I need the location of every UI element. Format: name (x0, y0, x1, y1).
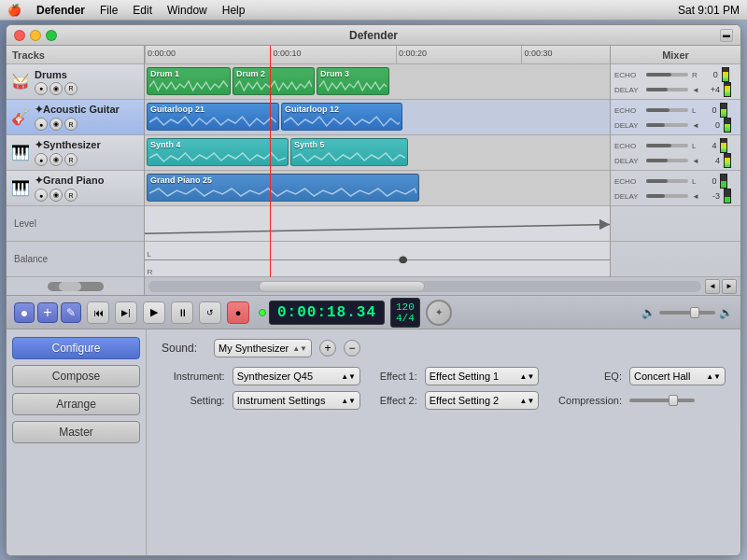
metronome-dial[interactable]: ✦ (426, 300, 452, 326)
piano-rec-btn[interactable]: R (64, 189, 78, 202)
clip-piano1-header: Grand Piano 25 (148, 175, 418, 185)
clip-synth1[interactable]: Synth 4 (147, 138, 289, 166)
drums-icon: 🥁 (10, 72, 31, 92)
drums-rec-btn[interactable]: R (64, 82, 78, 95)
loop-btn[interactable]: ● (14, 302, 35, 323)
guitar-solo-btn[interactable]: ◉ (49, 118, 63, 131)
menu-edit[interactable]: Edit (133, 4, 152, 17)
compression-thumb[interactable] (669, 395, 678, 406)
sound-row: Sound: My Synthesizer ▲▼ + − (162, 339, 726, 357)
scroll-right-arrow[interactable]: ► (722, 279, 737, 294)
guitar-mute-btn[interactable]: ● (35, 118, 48, 131)
volume-thumb[interactable] (690, 307, 699, 318)
eq-dropdown[interactable]: Concert Hall ▲▼ (629, 367, 726, 385)
horizontal-scroll-thumb[interactable] (259, 281, 425, 292)
piano-solo-btn[interactable]: ◉ (49, 189, 63, 202)
sound-dropdown[interactable]: My Synthesizer ▲▼ (214, 339, 312, 357)
edit-btn[interactable]: ✎ (61, 302, 81, 323)
synth-mute-btn[interactable]: ● (35, 153, 48, 166)
clip-drum1[interactable]: Drum 1 (147, 67, 231, 95)
volume-low-icon: 🔈 (641, 306, 655, 319)
menu-file[interactable]: File (100, 4, 118, 17)
effect2-dropdown-arrow: ▲▼ (520, 397, 535, 405)
piano-controls: ● ◉ R (35, 189, 140, 202)
sound-label: Sound: (162, 342, 206, 355)
scroll-left-arrow[interactable]: ◄ (705, 279, 720, 294)
volume-slider-area: 🔈 🔊 (641, 306, 733, 319)
horizontal-scroll-track[interactable] (148, 281, 701, 292)
instrument-dropdown[interactable]: Synthesizer Q45 ▲▼ (233, 367, 360, 385)
clip-piano1[interactable]: Grand Piano 25 (147, 174, 419, 202)
drums-lane[interactable]: Drum 1 Drum 2 Drum 3 (145, 64, 610, 100)
apple-menu[interactable]: 🍎 (7, 4, 21, 17)
titlebar: Defender ▬ (7, 25, 740, 46)
level-label-row: Level (7, 206, 144, 242)
eq-label: EQ: (546, 371, 622, 382)
guitar-lane[interactable]: Guitarloop 21 Guitarloop 12 (145, 100, 610, 135)
synth-solo-btn[interactable]: ◉ (49, 153, 63, 166)
sync-light (259, 309, 266, 316)
main-window: Defender ▬ Tracks 🥁 Drums ● ◉ R (6, 24, 741, 556)
clip-drum3[interactable]: Drum 3 (317, 67, 389, 95)
svg-point-5 (399, 257, 407, 264)
tick-2: 0:00:20 (396, 46, 427, 63)
effect2-label: Effect 2: (368, 395, 417, 406)
time-display-area: 0:00:18.34 (259, 301, 385, 325)
config-grid: Instrument: Synthesizer Q45 ▲▼ Effect 1:… (162, 367, 726, 410)
horizontal-scrollbar[interactable]: ◄ ► (7, 277, 740, 296)
clip-synth2[interactable]: Synth 5 (290, 138, 408, 166)
clip-drum2-wave (233, 78, 314, 94)
volume-track[interactable] (659, 311, 715, 315)
guitar-rec-btn[interactable]: R (64, 118, 78, 131)
setting-dropdown-arrow: ▲▼ (341, 397, 356, 405)
track-item-synth[interactable]: 🎹 ✦Synthesizer ● ◉ R (7, 135, 144, 171)
tracks-right-panel[interactable]: 0:00:00 0:00:10 0:00:20 0:00:30 Drum 1 D… (145, 46, 610, 277)
piano-mute-btn[interactable]: ● (35, 189, 48, 202)
clip-drum3-header: Drum 3 (317, 68, 388, 78)
master-button[interactable]: Master (12, 421, 140, 443)
pause-button[interactable]: ⏸ (171, 301, 193, 324)
track-item-piano[interactable]: 🎹 ✦Grand Piano ● ◉ R (7, 171, 144, 206)
compression-slider-area (629, 399, 726, 402)
menu-app[interactable]: Defender (36, 4, 85, 17)
clip-guitar2[interactable]: Guitarloop 12 (281, 103, 402, 131)
menu-help[interactable]: Help (222, 4, 246, 17)
setting-dropdown[interactable]: Instrument Settings ▲▼ (233, 391, 360, 410)
close-button[interactable] (14, 30, 25, 41)
tempo-display[interactable]: 120 4/4 (390, 298, 420, 328)
resize-button[interactable]: ▬ (720, 29, 733, 42)
drums-mute-btn[interactable]: ● (35, 82, 48, 95)
clip-drum2[interactable]: Drum 2 (233, 67, 315, 95)
record-button[interactable]: ● (227, 301, 249, 324)
step-back-button[interactable]: ▶| (115, 301, 137, 324)
scroll-thumb-left[interactable] (48, 282, 104, 291)
synth-lane[interactable]: Synth 4 Synth 5 (145, 135, 610, 171)
compression-label: Compression: (546, 395, 622, 406)
synth-track-name: ✦Synthesizer (35, 139, 140, 151)
compose-button[interactable]: Compose (12, 365, 140, 387)
eq-dropdown-arrow: ▲▼ (706, 372, 721, 381)
arrange-button[interactable]: Arrange (12, 393, 140, 415)
track-item-guitar[interactable]: 🎸 ✦Acoustic Guitar ● ◉ R (7, 100, 144, 135)
play-button[interactable]: ▶ (143, 301, 165, 324)
add-track-btn[interactable]: + (37, 302, 58, 323)
track-item-drums[interactable]: 🥁 Drums ● ◉ R (7, 64, 144, 100)
effect2-dropdown[interactable]: Effect Setting 2 ▲▼ (425, 391, 540, 410)
drums-solo-btn[interactable]: ◉ (49, 82, 63, 95)
sound-add-button[interactable]: + (319, 340, 336, 357)
minimize-button[interactable] (30, 30, 41, 41)
cycle-button[interactable]: ↺ (199, 301, 221, 324)
piano-track-name: ✦Grand Piano (35, 175, 140, 187)
rewind-button[interactable]: ⏮ (87, 301, 109, 324)
piano-lane[interactable]: Grand Piano 25 (145, 171, 610, 206)
compression-track[interactable] (629, 399, 695, 402)
effect1-dropdown[interactable]: Effect Setting 1 ▲▼ (425, 367, 540, 385)
piano-icon: 🎹 (10, 178, 31, 199)
configure-button[interactable]: Configure (12, 337, 140, 359)
synth-rec-btn[interactable]: R (64, 153, 78, 166)
clip-guitar1[interactable]: Guitarloop 21 (147, 103, 279, 131)
guitar-icon: 🎸 (10, 107, 31, 128)
maximize-button[interactable] (46, 30, 57, 41)
menu-window[interactable]: Window (167, 4, 207, 17)
sound-remove-button[interactable]: − (344, 340, 360, 357)
